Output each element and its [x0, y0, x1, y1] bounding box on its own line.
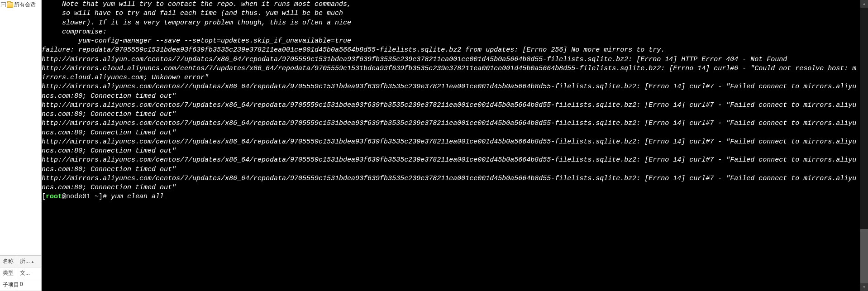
tree-collapse-icon[interactable]: − [1, 2, 6, 7]
terminal-failure-line: failure: repodata/9705559c1531bdea93f639… [42, 46, 860, 55]
terminal-line: so will have to try and fail each time (… [42, 9, 860, 18]
terminal-prompt-line: [root@node01 ~]# yum clean all [42, 192, 860, 201]
terminal-error-line: http://mirrors.aliyuncs.com/centos/7/upd… [42, 174, 860, 193]
header-owner[interactable]: 所...▲ [17, 256, 41, 267]
prompt-user: root [46, 193, 62, 200]
scroll-up-icon[interactable]: ▲ [860, 0, 868, 8]
terminal-line: yum-config-manager --save --setopt=updat… [42, 37, 860, 46]
tree-item-all-sessions[interactable]: − 所有会话 [1, 1, 40, 9]
header-name[interactable]: 名称 [0, 256, 17, 267]
terminal-error-line: http://mirrors.aliyuncs.com/centos/7/upd… [42, 101, 860, 119]
session-tree: − 所有会话 [0, 0, 41, 255]
tree-item-label: 所有会话 [14, 1, 36, 9]
scroll-track[interactable] [860, 8, 868, 283]
grid-header: 名称 所...▲ [0, 256, 41, 267]
terminal-error-line: http://mirrors.aliyun.com/centos/7/updat… [42, 55, 860, 64]
terminal-line: compromise: [42, 28, 860, 37]
scroll-down-icon[interactable]: ▼ [860, 283, 868, 291]
terminal-error-line: http://mirrors.aliyuncs.com/centos/7/upd… [42, 82, 860, 101]
terminal-error-line: http://mirrors.aliyuncs.com/centos/7/upd… [42, 138, 860, 156]
terminal-output[interactable]: Note that yum will try to contact the re… [42, 0, 860, 291]
prompt-command: yum clean all [111, 193, 164, 200]
scroll-thumb[interactable] [860, 229, 868, 283]
prompt-marker: ]# [99, 193, 111, 200]
terminal-error-line: http://mirrors.aliyuncs.com/centos/7/upd… [42, 156, 860, 174]
cell-type-value: 文... [17, 267, 41, 279]
grid-row: 子项目 0 [0, 279, 41, 291]
sort-up-icon: ▲ [31, 260, 34, 264]
cell-subitems-value: 0 [17, 279, 41, 291]
terminal-error-line: http://mirrors.aliyuncs.com/centos/7/upd… [42, 119, 860, 138]
sidebar: − 所有会话 名称 所...▲ 类型 文... 子项目 0 [0, 0, 42, 291]
folder-icon [7, 2, 13, 8]
details-grid: 名称 所...▲ 类型 文... 子项目 0 [0, 255, 41, 291]
terminal-line: slower). If it is a very temporary probl… [42, 19, 860, 28]
grid-row: 类型 文... [0, 267, 41, 279]
terminal-error-line: http://mirrors.cloud.aliyuncs.com/centos… [42, 64, 860, 83]
cell-type-label: 类型 [0, 267, 17, 279]
prompt-bracket: [ [42, 193, 46, 200]
prompt-host: @node01 [62, 193, 91, 200]
terminal-scrollbar[interactable]: ▲ ▼ [860, 0, 868, 291]
prompt-path: ~ [91, 193, 99, 200]
cell-subitems-label: 子项目 [0, 279, 17, 291]
terminal-line: Note that yum will try to contact the re… [42, 0, 860, 9]
